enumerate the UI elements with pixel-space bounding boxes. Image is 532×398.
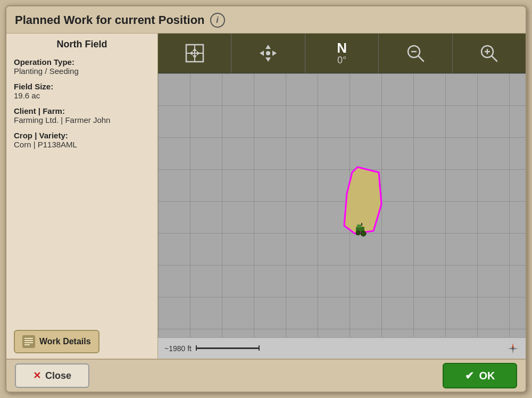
svg-rect-28 [361,223,362,226]
compass-rose-icon [506,342,519,355]
field-polygon [328,162,392,249]
left-panel: North Field Operation Type: Planting / S… [6,34,158,359]
map-toolbar: N 0° [158,34,526,73]
ok-label: OK [479,370,495,382]
svg-marker-23 [344,167,381,234]
svg-marker-14 [272,51,277,56]
compass-direction: N [337,41,347,55]
svg-marker-9 [189,51,193,55]
bottom-bar: ✕ Close ✔ OK [6,359,526,392]
svg-line-18 [419,56,423,61]
svg-line-22 [492,56,497,61]
operation-type-row: Operation Type: Planting / Seeding [14,57,150,76]
zoom-out-button[interactable] [379,34,452,73]
compass-degrees: 0° [337,55,346,66]
svg-rect-1 [24,340,33,341]
scale-text: ~1980 ft [164,344,192,353]
field-size-row: Field Size: 19.6 ac [14,82,150,100]
svg-point-26 [356,231,360,235]
svg-marker-12 [265,57,271,62]
zoom-in-button[interactable] [453,34,526,73]
info-icon-button[interactable]: i [210,13,225,28]
svg-rect-3 [24,344,30,345]
svg-point-33 [512,347,514,350]
close-button[interactable]: ✕ Close [15,363,89,388]
compass-display: N 0° [305,34,379,73]
svg-marker-11 [265,45,271,49]
work-details-button[interactable]: Work Details [14,330,99,353]
dialog-title: Planned Work for current Position [15,13,205,27]
title-bar: Planned Work for current Position i [6,6,526,34]
scale-bar-line [196,347,260,349]
ok-check-icon: ✔ [465,369,474,382]
svg-marker-10 [197,51,200,55]
svg-marker-8 [193,55,197,59]
close-x-icon: ✕ [33,370,41,382]
grid-toggle-button[interactable] [158,34,231,73]
close-label: Close [45,370,71,382]
work-details-label: Work Details [39,337,91,346]
operation-type-value: Planting / Seeding [14,67,150,76]
client-farm-value: Farming Ltd. | Farmer John [14,115,150,125]
field-name: North Field [14,39,150,50]
client-farm-row: Client | Farm: Farming Ltd. | Farmer Joh… [14,106,150,125]
work-details-icon [22,335,35,348]
scale-bar-area: ~1980 ft [158,337,526,359]
ok-button[interactable]: ✔ OK [443,363,517,388]
svg-rect-25 [357,225,361,228]
operation-type-label: Operation Type: [14,57,150,67]
svg-rect-0 [24,338,33,339]
planned-work-dialog: Planned Work for current Position i Nort… [5,5,527,393]
map-area[interactable] [158,73,526,337]
svg-marker-13 [260,51,264,56]
client-farm-label: Client | Farm: [14,106,150,115]
right-panel: N 0° [158,34,526,359]
crop-variety-value: Corn | P1138AML [14,140,150,149]
field-size-label: Field Size: [14,82,150,91]
main-content: North Field Operation Type: Planting / S… [6,34,526,359]
field-size-value: 19.6 ac [14,91,150,100]
svg-point-27 [361,231,366,236]
pan-button[interactable] [231,34,305,73]
svg-point-15 [266,51,270,55]
svg-marker-7 [193,48,197,51]
crop-variety-row: Crop | Variety: Corn | P1138AML [14,131,150,149]
scale-bar-container: ~1980 ft [164,344,260,353]
crop-variety-label: Crop | Variety: [14,131,150,140]
svg-rect-2 [24,342,33,343]
